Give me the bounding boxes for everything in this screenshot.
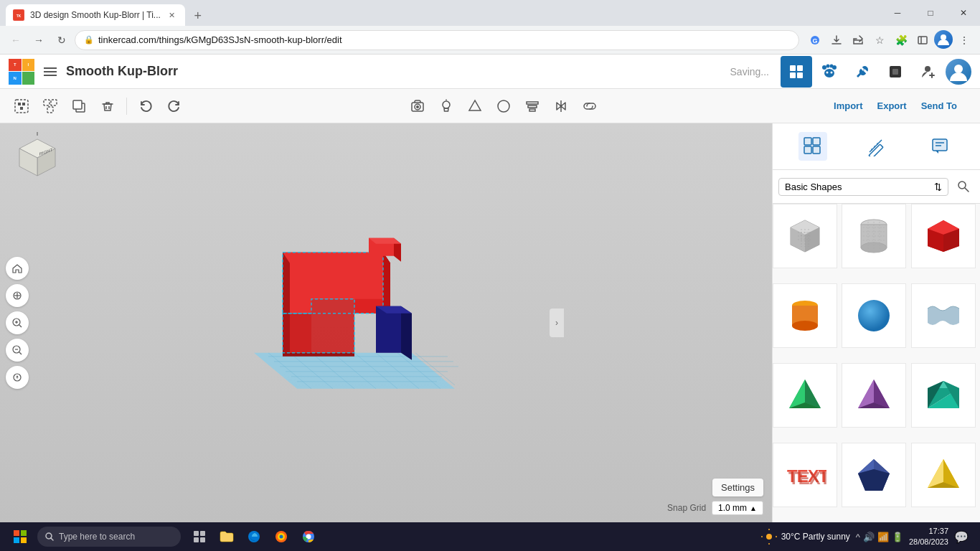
- profile-button[interactable]: [934, 30, 953, 49]
- shape-diamond-blue[interactable]: [842, 443, 906, 507]
- settings-button[interactable]: Settings: [712, 479, 763, 496]
- panel-notes-icon[interactable]: [925, 132, 954, 161]
- share-design-button[interactable]: [913, 56, 944, 88]
- shape-box-solid[interactable]: [911, 204, 976, 268]
- panel-collapse-arrow[interactable]: ›: [550, 309, 564, 337]
- chrome-button[interactable]: [296, 524, 321, 550]
- hamburger-menu-button[interactable]: [40, 62, 60, 82]
- taskbar-search[interactable]: Type here to search: [37, 527, 181, 547]
- user-avatar[interactable]: [946, 59, 971, 85]
- shape-cylinder-hole[interactable]: [842, 204, 906, 268]
- network-icon[interactable]: 📶: [877, 532, 889, 542]
- export-button[interactable]: Export: [875, 95, 910, 117]
- shape-sphere-solid[interactable]: [842, 283, 906, 348]
- shape-text-3d[interactable]: TEXT TEXT: [773, 443, 837, 507]
- svg-point-6: [941, 34, 946, 40]
- shape-3d-text[interactable]: [911, 283, 976, 348]
- duplicate-button[interactable]: [66, 93, 92, 119]
- link-button[interactable]: [577, 93, 603, 119]
- mirror-button[interactable]: [548, 93, 574, 119]
- svg-marker-84: [283, 253, 290, 353]
- panel-grid-icon[interactable]: [798, 132, 827, 161]
- notification-button[interactable]: 💬: [954, 530, 969, 544]
- shapes-search-button[interactable]: [953, 176, 974, 197]
- shape-cube-hole[interactable]: [773, 204, 837, 268]
- speaker-icon[interactable]: 🔊: [863, 532, 875, 542]
- snap-grid-value[interactable]: 1.0 mm ▲: [712, 501, 763, 515]
- firefox-button[interactable]: [268, 524, 294, 550]
- shape-pyramid-green[interactable]: [773, 363, 837, 428]
- share-icon[interactable]: [848, 30, 868, 50]
- group-button[interactable]: [9, 93, 34, 119]
- shapes-category-dropdown[interactable]: Basic Shapes ⇅: [778, 178, 948, 196]
- browser-menu-button[interactable]: ⋮: [954, 30, 974, 50]
- shape-wedge-teal[interactable]: [911, 363, 976, 428]
- light-button[interactable]: [433, 93, 459, 119]
- file-explorer-button[interactable]: [214, 524, 240, 550]
- import-button[interactable]: Import: [831, 95, 865, 117]
- download-icon[interactable]: [826, 30, 847, 50]
- send-to-button[interactable]: Send To: [918, 95, 960, 117]
- panel-ruler-icon[interactable]: [862, 132, 890, 161]
- 3d-print-button[interactable]: [880, 56, 911, 88]
- shapes-grid: TEXT TEXT: [773, 204, 980, 522]
- shape-cylinder-solid[interactable]: [773, 283, 837, 348]
- view-cube[interactable]: RIGHT N: [9, 132, 66, 189]
- compass-button[interactable]: [6, 366, 29, 389]
- new-tab-button[interactable]: +: [188, 6, 208, 26]
- svg-rect-161: [21, 530, 27, 536]
- svg-line-60: [19, 352, 22, 354]
- canvas-area[interactable]: RIGHT N: [0, 123, 772, 522]
- ungroup-button[interactable]: [37, 93, 63, 119]
- address-bar[interactable]: 🔒 tinkercad.com/things/kGMgD63SJsN-smoot…: [75, 30, 799, 50]
- browser-tab[interactable]: TK 3D design Smooth Kup-Blorr | Ti... ✕: [6, 4, 185, 26]
- minimize-button[interactable]: ─: [881, 0, 914, 26]
- svg-point-136: [858, 300, 890, 331]
- close-button[interactable]: ✕: [947, 0, 980, 26]
- gallery-button[interactable]: [814, 56, 845, 88]
- zoom-in-button[interactable]: [6, 311, 29, 334]
- battery-icon[interactable]: 🔋: [892, 532, 903, 542]
- reload-button[interactable]: ↻: [52, 30, 72, 50]
- circle-shape-button[interactable]: [491, 93, 517, 119]
- home-view-button[interactable]: [6, 257, 29, 280]
- tray-chevron-icon[interactable]: ^: [856, 532, 860, 542]
- google-extensions-icon[interactable]: G: [805, 30, 825, 50]
- shape-pyramid-yellow[interactable]: [911, 443, 976, 507]
- zoom-out-button[interactable]: [6, 339, 29, 362]
- extensions-icon[interactable]: 🧩: [891, 30, 911, 50]
- camera-view-button[interactable]: [405, 93, 430, 119]
- align-button[interactable]: [519, 93, 545, 119]
- right-panel: Basic Shapes ⇅: [772, 123, 980, 522]
- svg-point-41: [498, 100, 509, 112]
- maximize-button[interactable]: □: [914, 0, 947, 26]
- undo-button[interactable]: [133, 93, 159, 119]
- svg-rect-42: [527, 102, 538, 104]
- svg-rect-11: [797, 65, 803, 71]
- task-view-button[interactable]: [187, 524, 212, 550]
- svg-rect-4: [918, 37, 927, 44]
- start-button[interactable]: [6, 525, 34, 548]
- taskbar-apps: [187, 524, 321, 550]
- shape-button[interactable]: [462, 93, 488, 119]
- tab-close-button[interactable]: ✕: [166, 9, 178, 21]
- bookmark-icon[interactable]: ☆: [870, 30, 890, 50]
- clock[interactable]: 17:37 28/08/2023: [909, 526, 948, 548]
- svg-line-57: [19, 325, 22, 327]
- back-button[interactable]: ←: [6, 30, 26, 50]
- edge-browser-button[interactable]: [241, 524, 267, 550]
- sidebar-icon[interactable]: [913, 30, 933, 50]
- nav-bar: ← → ↻ 🔒 tinkercad.com/things/kGMgD63SJsN…: [0, 26, 980, 55]
- redo-button[interactable]: [161, 93, 187, 119]
- delete-button[interactable]: [95, 93, 121, 119]
- svg-rect-13: [797, 72, 803, 78]
- snap-grid-label: Snap Grid: [667, 503, 706, 513]
- forward-button[interactable]: →: [29, 30, 49, 50]
- tools-button[interactable]: [847, 56, 878, 88]
- settings-label[interactable]: Settings: [712, 479, 763, 496]
- fit-view-button[interactable]: [6, 284, 29, 307]
- grid-view-button[interactable]: [781, 56, 812, 88]
- weather-widget[interactable]: 30°C Partly sunny: [761, 529, 850, 545]
- svg-line-107: [965, 188, 969, 192]
- shape-pyramid-purple[interactable]: [842, 363, 906, 428]
